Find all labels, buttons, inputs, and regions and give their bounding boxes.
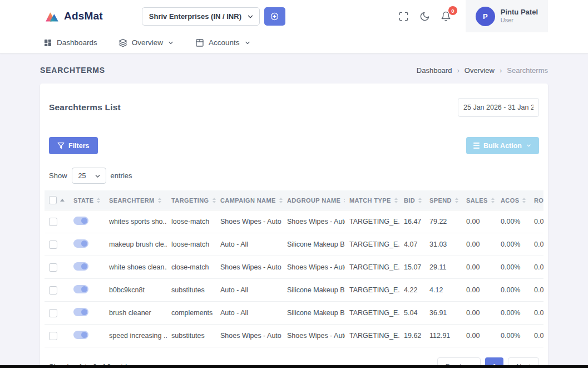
row-checkbox[interactable]	[49, 241, 57, 249]
cell-spend: 79.22	[425, 210, 462, 233]
notifications-button[interactable]: 0	[436, 6, 457, 27]
account-selector[interactable]: Shriv Enterprises (IN / INR)	[142, 7, 260, 26]
state-toggle[interactable]	[73, 262, 88, 271]
cell-roas: 0.00	[530, 279, 543, 302]
column-header-campaign-name[interactable]: CAMPAIGN NAME	[216, 190, 283, 210]
table-icon	[195, 38, 204, 47]
cell-select	[45, 302, 69, 325]
cell-targeting: close-match	[167, 256, 216, 279]
add-account-button[interactable]	[264, 7, 285, 26]
breadcrumb-overview[interactable]: Overview	[465, 66, 495, 75]
page-title: SEARCHTERMS	[40, 66, 105, 75]
user-menu[interactable]: P Pintu Patel User	[466, 0, 548, 32]
column-header-state[interactable]: STATE	[69, 190, 105, 210]
column-header-match-type[interactable]: MATCH TYPE	[345, 190, 399, 210]
top-header: AdsMat Shriv Enterprises (IN / INR)	[0, 0, 588, 32]
chevron-down-icon	[246, 13, 254, 21]
column-header-targeting[interactable]: TARGETING	[167, 190, 216, 210]
toggle-knob	[81, 241, 87, 247]
nav-item-overview[interactable]: Overview	[118, 38, 174, 47]
column-header-sales[interactable]: SALES	[462, 190, 496, 210]
row-checkbox[interactable]	[49, 309, 57, 317]
chevron-down-icon	[244, 40, 251, 46]
brand-name: AdsMat	[64, 10, 103, 22]
filters-button[interactable]: Filters	[49, 137, 98, 154]
cell-targeting: substitutes	[167, 325, 216, 347]
column-header-adgroup-name[interactable]: ADGROUP NAME	[283, 190, 345, 210]
filter-funnel-icon	[57, 142, 65, 149]
sort-icons	[394, 198, 398, 203]
row-checkbox[interactable]	[49, 332, 57, 340]
sort-icons	[418, 198, 422, 203]
table-scroll-container[interactable]: STATE SEARCHTERM TARGETING CAMPAIGN NAME…	[45, 190, 543, 347]
cell-match-type: TARGETING_E...	[345, 210, 399, 233]
row-checkbox[interactable]	[49, 218, 57, 226]
cell-roas: 0.00	[530, 210, 543, 233]
chevron-down-icon	[167, 40, 174, 46]
breadcrumb-dashboard[interactable]: Dashboard	[417, 66, 452, 75]
bottom-bar	[0, 365, 588, 368]
cell-campaign-name: Auto - All	[216, 233, 283, 256]
row-checkbox[interactable]	[49, 286, 57, 295]
table-row: white shoes clean... close-match Shoes W…	[45, 256, 543, 279]
cell-match-type: TARGETING_E...	[345, 325, 399, 347]
grid-icon	[43, 38, 52, 47]
sort-icons	[344, 198, 345, 203]
row-checkbox[interactable]	[49, 263, 57, 272]
state-toggle[interactable]	[73, 239, 88, 248]
notification-badge: 0	[448, 6, 457, 15]
cell-state	[69, 233, 105, 256]
sort-icons	[213, 198, 216, 203]
date-range-input[interactable]	[458, 98, 539, 117]
sort-asc-icon[interactable]	[60, 199, 65, 202]
cell-searchterm: speed increasing ...	[105, 325, 167, 347]
brand-logo[interactable]: AdsMat	[45, 9, 103, 24]
cell-roas: 0.00	[530, 256, 543, 279]
nav-item-label: Overview	[132, 38, 163, 47]
toggle-knob	[81, 263, 87, 269]
cell-searchterm: whites sports sho...	[105, 210, 167, 233]
state-toggle[interactable]	[73, 308, 88, 316]
breadcrumb-separator: ›	[500, 66, 502, 75]
cell-roas: 0.00	[530, 233, 543, 256]
cell-acos: 0.00%	[496, 233, 530, 256]
column-header-roas[interactable]: ROAS	[530, 190, 543, 210]
column-header-spend[interactable]: SPEND	[425, 190, 462, 210]
column-header-bid[interactable]: BID	[399, 190, 425, 210]
cell-spend: 4.12	[425, 279, 462, 302]
table-body: whites sports sho... loose-match Shoes W…	[45, 210, 543, 347]
table-row: whites sports sho... loose-match Shoes W…	[45, 210, 543, 233]
cell-campaign-name: Auto - All	[216, 302, 283, 325]
bulk-action-button[interactable]: Bulk Action	[466, 137, 539, 154]
page-size-value: 25	[78, 172, 86, 180]
cell-adgroup-name: Silicone Makeup B...	[283, 233, 345, 256]
state-toggle[interactable]	[73, 285, 88, 293]
nav-item-dashboards[interactable]: Dashboards	[43, 38, 97, 47]
cell-bid: 15.07	[399, 256, 425, 279]
moon-icon	[419, 11, 430, 22]
select-all-checkbox[interactable]	[49, 196, 57, 204]
cell-roas: 0.00	[530, 325, 543, 347]
dark-mode-button[interactable]	[414, 6, 436, 27]
page-size-select[interactable]: 25	[72, 168, 106, 184]
user-name: Pintu Patel	[501, 8, 538, 17]
cell-bid: 19.62	[399, 325, 425, 347]
cell-adgroup-name: Shoes Wipes - Auto	[283, 210, 345, 233]
cell-select	[45, 279, 69, 302]
state-toggle[interactable]	[73, 217, 88, 225]
cell-sales: 0.00	[462, 233, 496, 256]
fullscreen-button[interactable]	[393, 6, 414, 27]
column-header-acos[interactable]: ACOS	[496, 190, 530, 210]
filters-label: Filters	[68, 142, 90, 150]
cell-targeting: loose-match	[167, 210, 216, 233]
column-header-searchterm[interactable]: SEARCHTERM	[105, 190, 167, 210]
bulk-action-label: Bulk Action	[483, 142, 522, 150]
state-toggle[interactable]	[73, 331, 88, 339]
nav-item-accounts[interactable]: Accounts	[195, 38, 251, 47]
searchterms-table: STATE SEARCHTERM TARGETING CAMPAIGN NAME…	[45, 190, 543, 347]
cell-sales: 0.00	[462, 210, 496, 233]
card-title: Searchterms List	[49, 102, 121, 112]
cell-select	[45, 256, 69, 279]
cell-match-type: TARGETING_E...	[345, 302, 399, 325]
cell-select	[45, 325, 69, 347]
